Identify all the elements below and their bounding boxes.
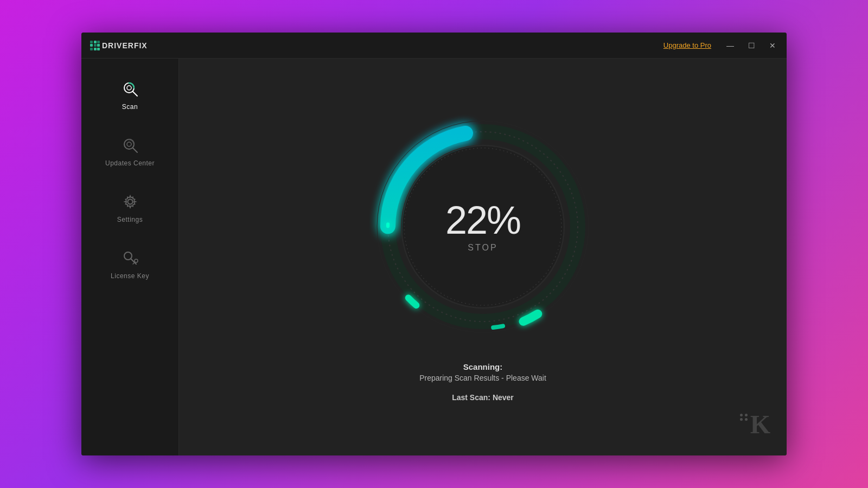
watermark-dots — [740, 414, 748, 421]
logo-cell — [90, 48, 93, 50]
main-layout: Scan Updates Center — [81, 59, 787, 455]
minimize-button[interactable]: — — [724, 41, 736, 50]
updates-icon — [120, 136, 140, 155]
sidebar-item-updates-label: Updates Center — [105, 159, 155, 167]
progress-percent: 22% — [445, 201, 520, 240]
license-icon — [120, 248, 140, 268]
watermark: K — [740, 409, 770, 439]
svg-line-5 — [133, 148, 137, 152]
watermark-dot — [745, 418, 748, 421]
app-window: DRIVERFIX Upgrade to Pro — ☐ ✕ — [81, 33, 787, 455]
logo-cell — [90, 44, 93, 47]
content-area: 22% STOP Scanning: Preparing Scan Result… — [179, 59, 787, 455]
watermark-dot — [740, 418, 743, 421]
watermark-letter: K — [750, 409, 770, 439]
sidebar-item-license-label: License Key — [111, 272, 149, 280]
svg-point-9 — [135, 259, 138, 262]
progress-ring-container: 22% STOP — [369, 113, 597, 341]
watermark-dot — [745, 414, 748, 416]
app-title: DRIVERFIX — [102, 41, 148, 50]
close-button[interactable]: ✕ — [767, 41, 778, 50]
svg-point-4 — [127, 142, 131, 146]
logo-cell — [97, 48, 100, 50]
svg-point-1 — [127, 86, 131, 90]
app-logo: DRIVERFIX — [90, 41, 148, 50]
logo-cell — [97, 41, 100, 43]
sidebar-item-license[interactable]: License Key — [81, 239, 178, 290]
status-block: Scanning: Preparing Scan Results - Pleas… — [419, 362, 546, 402]
sidebar-item-scan-label: Scan — [122, 103, 138, 111]
svg-line-2 — [133, 92, 137, 96]
stop-button[interactable]: STOP — [468, 243, 497, 253]
svg-point-6 — [127, 200, 132, 204]
scanning-detail: Preparing Scan Results - Please Wait — [419, 374, 546, 382]
ring-center: 22% STOP — [445, 201, 520, 253]
sidebar: Scan Updates Center — [81, 59, 179, 455]
watermark-dot — [740, 414, 743, 416]
svg-line-10 — [133, 262, 135, 264]
upgrade-link[interactable]: Upgrade to Pro — [663, 41, 711, 49]
sidebar-item-settings-label: Settings — [117, 216, 143, 223]
title-bar: DRIVERFIX Upgrade to Pro — ☐ ✕ — [81, 33, 787, 59]
logo-grid — [90, 41, 100, 50]
last-scan-label: Last Scan: Never — [419, 393, 546, 402]
logo-cell — [94, 41, 97, 43]
window-controls: — ☐ ✕ — [724, 41, 778, 50]
logo-cell — [94, 44, 97, 47]
sidebar-item-scan[interactable]: Scan — [81, 69, 178, 120]
logo-cell — [90, 41, 93, 43]
title-bar-left: DRIVERFIX — [90, 41, 148, 50]
logo-cell — [97, 44, 100, 47]
maximize-button[interactable]: ☐ — [746, 41, 757, 50]
sidebar-item-updates[interactable]: Updates Center — [81, 126, 178, 177]
scan-icon — [120, 79, 140, 99]
settings-icon — [120, 192, 140, 211]
title-bar-right: Upgrade to Pro — ☐ ✕ — [663, 41, 778, 50]
sidebar-item-settings[interactable]: Settings — [81, 182, 178, 233]
logo-cell — [94, 48, 97, 50]
scanning-label: Scanning: — [419, 362, 546, 371]
